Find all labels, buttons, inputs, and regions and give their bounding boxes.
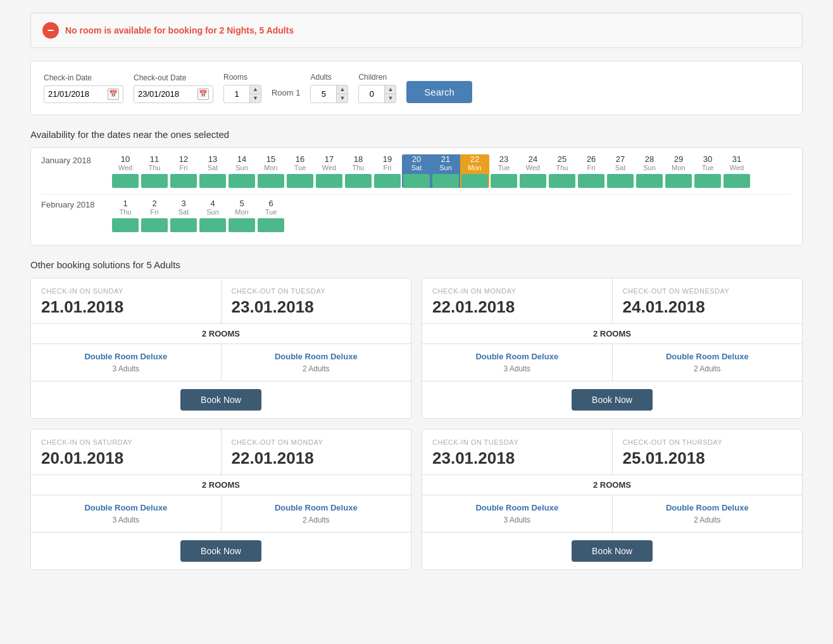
- calendar-day[interactable]: 3Sat: [169, 199, 198, 232]
- checkin-input[interactable]: [48, 89, 105, 99]
- calendar-day[interactable]: 1Thu: [111, 199, 140, 232]
- calendar-day[interactable]: 28Sun: [635, 154, 664, 188]
- calendar-day[interactable]: 11Thu: [140, 154, 169, 188]
- children-label: Children: [358, 73, 396, 82]
- day-number: 24: [518, 154, 548, 164]
- checkout-input-wrapper: 📅: [134, 85, 213, 103]
- adults-group: Adults ▲ ▼: [310, 73, 348, 103]
- checkout-calendar-icon[interactable]: 📅: [197, 89, 209, 100]
- calendar-day[interactable]: 18Thu: [344, 154, 373, 188]
- room2-adults: 2 Adults: [303, 364, 330, 373]
- room1-type-link[interactable]: Double Room Deluxe: [432, 503, 602, 512]
- checkout-date-value: 25.01.2018: [623, 449, 792, 468]
- room1-type-link[interactable]: Double Room Deluxe: [41, 503, 211, 512]
- room2-adults: 2 Adults: [694, 364, 721, 373]
- checkout-day-label: CHECK-OUT ON TUESDAY: [232, 287, 401, 295]
- room2-type-link[interactable]: Double Room Deluxe: [232, 503, 401, 512]
- adults-label: Adults: [310, 73, 348, 82]
- calendar-day[interactable]: 15Mon: [256, 154, 285, 188]
- room1-type-link[interactable]: Double Room Deluxe: [41, 352, 211, 361]
- room-option-1: Double Room Deluxe 3 Adults: [31, 344, 222, 381]
- month-label: February 2018: [41, 199, 111, 209]
- book-now-button[interactable]: Book Now: [572, 389, 653, 411]
- room2-type-link[interactable]: Double Room Deluxe: [232, 352, 401, 361]
- calendar-day[interactable]: 20Sat: [402, 154, 431, 188]
- room-option-1: Double Room Deluxe 3 Adults: [31, 495, 222, 532]
- day-availability-bar: [607, 174, 634, 188]
- book-now-button[interactable]: Book Now: [180, 389, 261, 411]
- checkin-day-label: CHECK-IN ON SUNDAY: [41, 287, 211, 295]
- calendar-day[interactable]: 29Mon: [664, 154, 693, 188]
- children-down-btn[interactable]: ▼: [385, 94, 396, 102]
- day-name: Fri: [577, 164, 606, 171]
- checkin-half: CHECK-IN ON SUNDAY 21.01.2018: [31, 278, 222, 323]
- day-availability-bar: [549, 174, 575, 188]
- search-button[interactable]: Search: [406, 81, 472, 103]
- calendar-day[interactable]: 2Fri: [140, 199, 169, 232]
- room2-type-link[interactable]: Double Room Deluxe: [623, 503, 792, 512]
- calendar-day[interactable]: 19Fri: [373, 154, 402, 188]
- room2-type-link[interactable]: Double Room Deluxe: [623, 352, 792, 361]
- day-number: 31: [722, 154, 751, 164]
- calendar-day[interactable]: 31Wed: [722, 154, 751, 188]
- calendar-day[interactable]: 24Wed: [518, 154, 548, 188]
- calendar-day[interactable]: 21Sun: [431, 154, 460, 188]
- calendar-day[interactable]: 6Tue: [256, 199, 285, 232]
- calendar-day[interactable]: 25Thu: [548, 154, 577, 188]
- day-availability-bar: [316, 174, 342, 188]
- day-number: 6: [256, 199, 285, 208]
- calendar-day[interactable]: 13Sat: [198, 154, 227, 188]
- day-name: Sun: [431, 164, 460, 171]
- day-availability-bar: [520, 174, 546, 188]
- day-availability-bar: [229, 218, 255, 232]
- rooms-input[interactable]: [224, 87, 249, 101]
- day-number: 22: [460, 154, 489, 164]
- day-name: Sun: [635, 164, 664, 171]
- children-up-btn[interactable]: ▲: [385, 85, 396, 94]
- checkin-input-wrapper: 📅: [44, 85, 123, 103]
- calendar-day[interactable]: 14Sun: [227, 154, 256, 188]
- adults-down-btn[interactable]: ▼: [337, 94, 348, 102]
- day-number: 14: [227, 154, 256, 164]
- availability-title: Availability for the dates near the ones…: [30, 129, 803, 140]
- calendar-day[interactable]: 27Sat: [606, 154, 635, 188]
- day-name: Sat: [198, 164, 227, 171]
- calendar-day[interactable]: 10Wed: [111, 154, 140, 188]
- calendar-day[interactable]: 4Sun: [198, 199, 227, 232]
- checkin-date-value: 20.01.2018: [41, 449, 211, 468]
- children-input[interactable]: [359, 87, 384, 101]
- day-name: Mon: [664, 164, 693, 171]
- checkout-input[interactable]: [138, 89, 195, 99]
- rooms-down-btn[interactable]: ▼: [250, 94, 261, 102]
- room1-type-link[interactable]: Double Room Deluxe: [432, 352, 602, 361]
- checkout-group: Check-out Date 📅: [134, 73, 213, 103]
- calendar-day[interactable]: 26Fri: [577, 154, 606, 188]
- room1-adults: 3 Adults: [503, 364, 530, 373]
- checkout-date-value: 22.01.2018: [232, 449, 401, 468]
- day-number: 26: [577, 154, 606, 164]
- calendar-day[interactable]: 22Mon: [460, 154, 489, 188]
- booking-solutions: Other booking solutions for 5 Adults CHE…: [30, 259, 803, 570]
- rooms-up-btn[interactable]: ▲: [250, 85, 261, 94]
- day-availability-bar: [112, 174, 139, 188]
- calendar-day[interactable]: 5Mon: [227, 199, 256, 232]
- calendar-day[interactable]: 23Tue: [489, 154, 518, 188]
- room-option-2: Double Room Deluxe 2 Adults: [613, 495, 803, 532]
- booking-card: CHECK-IN ON SUNDAY 21.01.2018 CHECK-OUT …: [30, 278, 411, 419]
- checkin-half: CHECK-IN ON SATURDAY 20.01.2018: [31, 430, 222, 474]
- calendar-day[interactable]: 12Fri: [169, 154, 198, 188]
- checkin-calendar-icon[interactable]: 📅: [108, 89, 119, 100]
- day-number: 3: [169, 199, 198, 208]
- calendar-day[interactable]: 16Tue: [285, 154, 315, 188]
- room-options: Double Room Deluxe 3 Adults Double Room …: [422, 495, 802, 532]
- checkout-label: Check-out Date: [134, 73, 213, 82]
- adults-input[interactable]: [311, 87, 336, 101]
- book-now-button[interactable]: Book Now: [180, 540, 261, 562]
- book-now-button[interactable]: Book Now: [572, 540, 653, 562]
- availability-calendar: January 201810Wed11Thu12Fri13Sat14Sun15M…: [30, 147, 803, 245]
- adults-up-btn[interactable]: ▲: [337, 85, 348, 94]
- day-availability-bar: [636, 174, 663, 188]
- calendar-day[interactable]: 30Tue: [693, 154, 722, 188]
- calendar-day[interactable]: 17Wed: [315, 154, 344, 188]
- search-form: Check-in Date 📅 Check-out Date 📅 Rooms ▲…: [30, 61, 803, 115]
